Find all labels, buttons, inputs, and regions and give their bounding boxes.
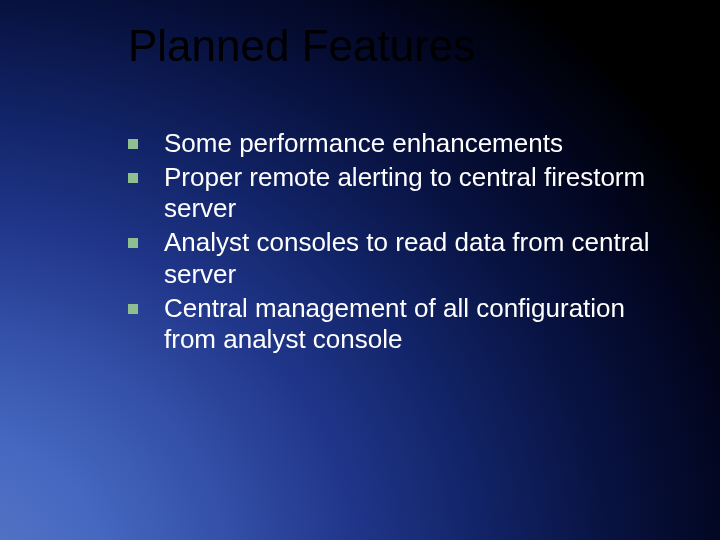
list-item: Central management of all configuration … [128, 293, 680, 356]
list-item-text: Central management of all configuration … [164, 293, 680, 356]
square-bullet-icon [128, 238, 138, 248]
list-item-text: Analyst consoles to read data from centr… [164, 227, 680, 290]
slide-body: Some performance enhancements Proper rem… [128, 128, 680, 358]
square-bullet-icon [128, 173, 138, 183]
list-item: Some performance enhancements [128, 128, 680, 160]
slide-title: Planned Features [128, 22, 680, 70]
square-bullet-icon [128, 139, 138, 149]
slide: Planned Features Some performance enhanc… [0, 0, 720, 540]
list-item-text: Proper remote alerting to central firest… [164, 162, 680, 225]
square-bullet-icon [128, 304, 138, 314]
list-item: Proper remote alerting to central firest… [128, 162, 680, 225]
list-item-text: Some performance enhancements [164, 128, 680, 160]
list-item: Analyst consoles to read data from centr… [128, 227, 680, 290]
